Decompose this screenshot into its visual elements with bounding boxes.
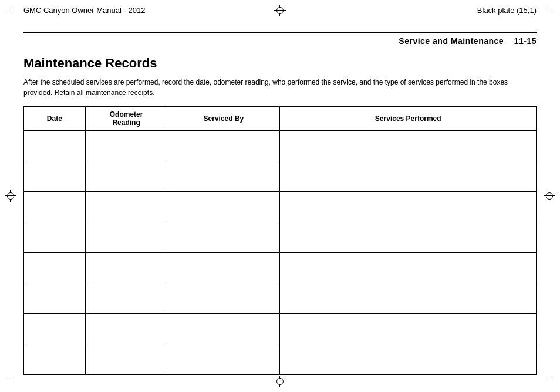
cell-odometer-1	[85, 131, 167, 161]
cell-serviced-3	[167, 192, 280, 222]
table-row	[24, 192, 537, 222]
cell-odometer-4	[85, 222, 167, 253]
col-header-performed: Services Performed	[280, 107, 537, 131]
table-header-row: Date OdometerReading Serviced By Service…	[24, 107, 537, 131]
col-header-date: Date	[24, 107, 86, 131]
cell-performed-2	[280, 161, 537, 192]
cell-performed-5	[280, 253, 537, 283]
cell-performed-7	[280, 314, 537, 344]
cell-serviced-7	[167, 314, 280, 344]
cell-date-7	[24, 314, 86, 344]
col-header-serviced: Serviced By	[167, 107, 280, 131]
section-page: 11-15	[514, 36, 537, 46]
cell-performed-1	[280, 131, 537, 161]
cell-performed-4	[280, 222, 537, 253]
cell-performed-8	[280, 344, 537, 375]
cell-odometer-5	[85, 253, 167, 283]
table-row	[24, 253, 537, 283]
cell-performed-6	[280, 283, 537, 314]
col-header-odometer: OdometerReading	[85, 107, 167, 131]
cell-date-8	[24, 344, 86, 375]
maintenance-table: Date OdometerReading Serviced By Service…	[23, 106, 537, 375]
cell-date-4	[24, 222, 86, 253]
corner-mark-br	[541, 373, 553, 385]
crosshair-right	[544, 190, 555, 202]
cell-serviced-6	[167, 283, 280, 314]
section-header: Service and Maintenance 11-15	[399, 36, 537, 46]
section-title: Service and Maintenance	[399, 36, 504, 46]
cell-serviced-2	[167, 161, 280, 192]
page-header: GMC Canyon Owner Manual - 2012 Black pla…	[0, 0, 560, 31]
cell-serviced-8	[167, 344, 280, 375]
table-row	[24, 344, 537, 375]
table-row	[24, 283, 537, 314]
description-text: After the scheduled services are perform…	[23, 77, 537, 98]
cell-serviced-4	[167, 222, 280, 253]
cell-date-3	[24, 192, 86, 222]
cell-serviced-5	[167, 253, 280, 283]
table-row	[24, 161, 537, 192]
cell-odometer-7	[85, 314, 167, 344]
cell-date-5	[24, 253, 86, 283]
corner-mark-bl	[7, 373, 19, 385]
cell-odometer-8	[85, 344, 167, 375]
cell-date-6	[24, 283, 86, 314]
main-content: Maintenance Records After the scheduled …	[23, 56, 537, 369]
crosshair-bottom	[274, 376, 286, 387]
cell-date-1	[24, 131, 86, 161]
cell-odometer-2	[85, 161, 167, 192]
page-title: Maintenance Records	[23, 56, 537, 71]
cell-performed-3	[280, 192, 537, 222]
header-left-text: GMC Canyon Owner Manual - 2012	[23, 6, 145, 15]
cell-odometer-6	[85, 283, 167, 314]
crosshair-left	[5, 190, 16, 202]
header-divider	[23, 32, 537, 33]
header-right-text: Black plate (15,1)	[477, 6, 537, 15]
table-row	[24, 222, 537, 253]
page-container: GMC Canyon Owner Manual - 2012 Black pla…	[0, 0, 560, 392]
cell-odometer-3	[85, 192, 167, 222]
cell-date-2	[24, 161, 86, 192]
cell-serviced-1	[167, 131, 280, 161]
table-row	[24, 131, 537, 161]
table-row	[24, 314, 537, 344]
